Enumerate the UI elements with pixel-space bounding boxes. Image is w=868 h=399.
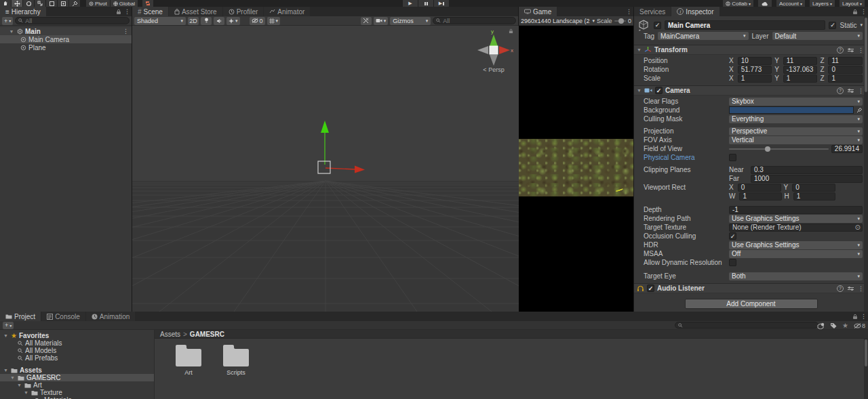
tag-dropdown[interactable]: MainCamera▾ bbox=[658, 32, 749, 40]
static-checkbox[interactable]: ✓ bbox=[829, 22, 836, 29]
transform-tool-button[interactable] bbox=[58, 0, 68, 7]
hierarchy-row-scene[interactable]: ▼ Main ⋮ bbox=[0, 27, 132, 35]
layers-dropdown[interactable]: Layers ▾ bbox=[810, 0, 835, 7]
tab-animator[interactable]: Animator bbox=[264, 7, 310, 16]
scene-camera-dropdown[interactable]: ▾ bbox=[374, 17, 389, 25]
breadcrumb-current[interactable]: GAMESRC bbox=[190, 331, 224, 338]
tab-project[interactable]: Project bbox=[0, 312, 41, 321]
cloud-button[interactable] bbox=[758, 0, 772, 7]
move-tool-button[interactable] bbox=[12, 0, 22, 7]
orientation-gizmo[interactable]: y x < Persp bbox=[473, 27, 515, 81]
expand-triangle-icon[interactable]: ▼ bbox=[637, 88, 642, 93]
rotation-z-field[interactable]: 0 bbox=[828, 66, 863, 74]
search-by-type-icon[interactable] bbox=[817, 322, 825, 329]
scene-tools-button[interactable] bbox=[361, 17, 372, 25]
project-menu-icon[interactable]: ⋮ bbox=[861, 313, 867, 320]
gameobject-name-field[interactable]: Main Camera bbox=[665, 20, 825, 30]
2d-toggle-button[interactable]: 2D bbox=[188, 17, 199, 25]
hand-tool-button[interactable] bbox=[0, 0, 11, 7]
grid-visibility-dropdown[interactable]: ▾ bbox=[267, 17, 281, 25]
tab-services[interactable]: Services bbox=[634, 7, 671, 16]
expand-triangle-icon[interactable]: ▼ bbox=[16, 383, 22, 387]
scrollbar-thumb[interactable] bbox=[865, 18, 867, 92]
fov-axis-dropdown[interactable]: Vertical▾ bbox=[729, 136, 863, 144]
move-gizmo[interactable] bbox=[132, 26, 519, 312]
msaa-dropdown[interactable]: Off▾ bbox=[729, 250, 863, 258]
asset-folder-scripts[interactable]: Scripts bbox=[214, 343, 258, 376]
hierarchy-search-input[interactable]: All bbox=[15, 17, 130, 24]
tab-inspector[interactable]: i Inspector bbox=[671, 7, 719, 16]
depth-field[interactable]: -1 bbox=[729, 206, 863, 214]
transform-component-header[interactable]: ▼ Transform ? ⋮ bbox=[634, 45, 868, 55]
occlusion-culling-checkbox[interactable]: ✓ bbox=[729, 232, 736, 240]
shading-mode-dropdown[interactable]: Shaded ▾ bbox=[134, 17, 186, 25]
rotate-tool-button[interactable] bbox=[23, 0, 34, 7]
rendering-path-dropdown[interactable]: Use Graphics Settings▾ bbox=[729, 215, 863, 223]
collab-button[interactable]: Collab ▾ bbox=[723, 0, 753, 7]
snap-increment-button[interactable] bbox=[142, 0, 153, 7]
scale-z-field[interactable]: 1 bbox=[828, 75, 863, 83]
audio-toggle-button[interactable] bbox=[214, 17, 224, 25]
slider-knob[interactable] bbox=[765, 146, 770, 152]
expand-triangle-icon[interactable]: ▼ bbox=[637, 47, 642, 52]
tab-hierarchy[interactable]: ≡ Hierarchy bbox=[0, 7, 46, 16]
lock-icon[interactable] bbox=[852, 9, 858, 15]
game-scale-slider[interactable] bbox=[614, 20, 626, 22]
tab-asset-store[interactable]: Asset Store bbox=[169, 7, 222, 16]
preset-icon[interactable] bbox=[848, 49, 854, 51]
layer-dropdown[interactable]: Default▾ bbox=[772, 32, 863, 40]
tree-row-texture[interactable]: ▼ Texture bbox=[0, 389, 154, 396]
project-scrollbar[interactable] bbox=[864, 339, 868, 399]
target-texture-field[interactable]: None (Render Texture)⊙ bbox=[729, 224, 863, 232]
scale-tool-button[interactable] bbox=[35, 0, 45, 7]
game-resolution-dropdown[interactable]: 2960x1440 Landscape (2 ▾ bbox=[521, 17, 595, 25]
audio-listener-component-header[interactable]: ✓ Audio Listener ? ⋮ bbox=[634, 283, 868, 293]
gizmos-dropdown[interactable]: Gizmos ▾ bbox=[390, 17, 431, 25]
search-by-label-icon[interactable] bbox=[830, 322, 837, 329]
breadcrumb-root[interactable]: Assets bbox=[160, 331, 180, 338]
tree-row-materials[interactable]: Materials bbox=[0, 396, 154, 399]
rotation-x-field[interactable]: 51.773 bbox=[738, 66, 772, 74]
gizmo-lock-icon[interactable] bbox=[509, 28, 513, 34]
scale-y-field[interactable]: 1 bbox=[783, 75, 818, 83]
project-search-input[interactable] bbox=[675, 322, 818, 329]
object-picker-icon[interactable]: ⊙ bbox=[855, 224, 861, 231]
scene-search-input[interactable]: All bbox=[433, 17, 516, 24]
hdr-dropdown[interactable]: Use Graphics Settings▾ bbox=[729, 241, 863, 249]
gameobject-active-checkbox[interactable]: ✓ bbox=[654, 22, 661, 29]
hierarchy-row-plane[interactable]: Plane bbox=[0, 43, 132, 51]
static-dropdown-arrow-icon[interactable]: ▾ bbox=[860, 22, 863, 28]
game-menu-icon[interactable]: ⋮ bbox=[626, 8, 632, 15]
scene-menu-icon[interactable]: ⋮ bbox=[123, 28, 129, 35]
projection-mode-label[interactable]: < Persp bbox=[473, 66, 515, 73]
component-menu-icon[interactable]: ⋮ bbox=[858, 285, 864, 292]
favorites-item-all-prefabs[interactable]: All Prefabs bbox=[0, 354, 154, 362]
expand-triangle-icon[interactable]: ▼ bbox=[9, 375, 16, 380]
viewport-h-field[interactable]: 1 bbox=[793, 192, 835, 201]
expand-triangle-icon[interactable]: ▼ bbox=[23, 390, 29, 395]
asset-folder-art[interactable]: Art bbox=[167, 343, 210, 376]
hidden-packages-button[interactable]: 8 bbox=[854, 322, 865, 329]
viewport-y-field[interactable]: 0 bbox=[792, 184, 835, 192]
custom-tool-button[interactable] bbox=[69, 0, 80, 7]
tab-game[interactable]: Game bbox=[519, 7, 557, 16]
fov-field[interactable]: 26.9914 bbox=[831, 145, 863, 153]
layout-dropdown[interactable]: Layout ▾ bbox=[840, 0, 865, 7]
create-asset-button[interactable]: + ▾ bbox=[3, 322, 14, 329]
background-color-swatch[interactable] bbox=[729, 106, 854, 114]
lighting-toggle-button[interactable] bbox=[201, 17, 212, 25]
expand-triangle-icon[interactable]: ▼ bbox=[8, 29, 15, 34]
scale-x-field[interactable]: 1 bbox=[738, 75, 772, 83]
component-menu-icon[interactable]: ⋮ bbox=[858, 87, 864, 94]
position-y-field[interactable]: 11 bbox=[783, 57, 818, 65]
expand-triangle-icon[interactable]: ▼ bbox=[3, 368, 9, 373]
clear-flags-dropdown[interactable]: Skybox▾ bbox=[729, 98, 863, 106]
scene-viewport[interactable]: y x < Persp bbox=[132, 26, 519, 312]
eyedropper-icon[interactable] bbox=[856, 107, 863, 113]
inspector-menu-icon[interactable]: ⋮ bbox=[861, 8, 867, 15]
rect-tool-button[interactable] bbox=[46, 0, 57, 7]
hierarchy-menu-icon[interactable]: ⋮ bbox=[124, 8, 130, 15]
scrollbar-thumb[interactable] bbox=[865, 339, 867, 366]
favorites-item-all-models[interactable]: All Models bbox=[0, 347, 154, 354]
favorites-item-all-materials[interactable]: All Materials bbox=[0, 339, 154, 347]
